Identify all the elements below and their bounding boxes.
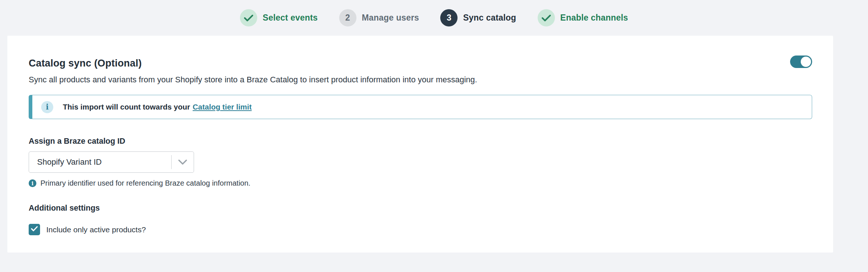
step-label: Select events	[263, 13, 318, 23]
active-products-checkbox-row[interactable]: Include only active products?	[29, 224, 812, 235]
page-title: Catalog sync (Optional)	[29, 56, 142, 69]
catalog-sync-card: Catalog sync (Optional) Sync all product…	[7, 36, 833, 253]
step-label: Sync catalog	[463, 13, 516, 23]
step-complete-circle	[240, 9, 257, 26]
step-sync-catalog[interactable]: 3 Sync catalog	[440, 9, 516, 26]
helper-text: Primary identifier used for referencing …	[40, 179, 250, 187]
checkbox-label: Include only active products?	[46, 225, 146, 234]
banner-text-bold: This import will count towards your	[63, 103, 190, 111]
additional-settings-heading: Additional settings	[29, 204, 812, 213]
info-icon: i	[29, 179, 36, 187]
setup-stepper: Select events 2 Manage users 3 Sync cata…	[0, 0, 868, 36]
step-select-events[interactable]: Select events	[240, 9, 318, 26]
step-enable-channels[interactable]: Enable channels	[538, 9, 628, 26]
check-icon	[31, 226, 38, 233]
card-header: Catalog sync (Optional)	[29, 56, 812, 69]
card-subtitle: Sync all products and variants from your…	[29, 75, 812, 85]
dropdown-selected-value: Shopify Variant ID	[29, 157, 171, 167]
toggle-knob	[801, 57, 811, 67]
step-label: Enable channels	[560, 13, 628, 23]
check-icon	[542, 14, 551, 22]
step-number-circle: 2	[339, 9, 356, 26]
info-banner: i This import will count towards yourCat…	[29, 95, 812, 119]
info-icon: i	[41, 101, 53, 113]
catalog-sync-toggle[interactable]	[790, 56, 812, 68]
step-number-circle: 3	[440, 9, 458, 26]
chevron-down-icon	[172, 160, 194, 165]
step-label: Manage users	[362, 13, 419, 23]
catalog-id-helper: i Primary identifier used for referencin…	[29, 179, 812, 187]
catalog-tier-limit-link[interactable]: Catalog tier limit	[193, 103, 252, 111]
step-complete-circle	[538, 9, 555, 26]
catalog-id-dropdown[interactable]: Shopify Variant ID	[29, 151, 194, 173]
step-manage-users[interactable]: 2 Manage users	[339, 9, 419, 26]
check-icon	[244, 14, 253, 22]
active-products-checkbox[interactable]	[29, 224, 40, 235]
banner-text: This import will count towards yourCatal…	[63, 103, 252, 111]
catalog-id-label: Assign a Braze catalog ID	[29, 137, 812, 146]
